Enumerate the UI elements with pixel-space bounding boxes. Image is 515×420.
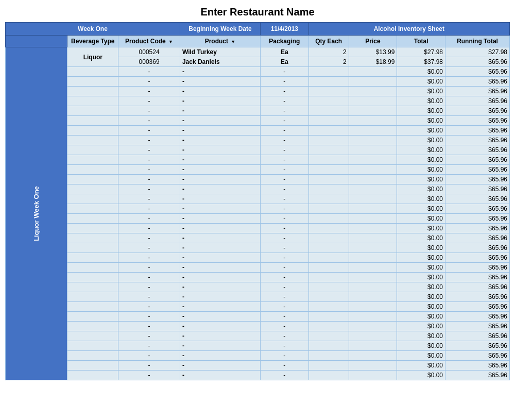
qty-cell[interactable] — [308, 67, 349, 77]
product-cell[interactable]: - — [180, 77, 260, 87]
product-code-cell[interactable]: - — [118, 302, 180, 312]
qty-cell[interactable] — [308, 96, 349, 106]
product-code-cell[interactable]: - — [118, 126, 180, 136]
product-cell[interactable]: - — [180, 175, 260, 184]
packaging-cell[interactable]: - — [261, 371, 309, 380]
packaging-cell[interactable]: - — [261, 67, 309, 77]
price-cell[interactable] — [349, 214, 397, 224]
product-code-cell[interactable]: - — [118, 194, 180, 204]
product-code-cell[interactable]: - — [118, 106, 180, 116]
price-cell[interactable] — [349, 361, 397, 371]
product-code-cell[interactable]: - — [118, 351, 180, 361]
qty-cell[interactable] — [308, 165, 349, 175]
product-cell[interactable]: - — [180, 136, 260, 145]
qty-cell[interactable] — [308, 126, 349, 136]
packaging-cell[interactable]: - — [261, 282, 309, 292]
product-code-cell[interactable]: - — [118, 224, 180, 233]
product-cell[interactable]: - — [180, 87, 260, 96]
price-cell[interactable] — [349, 67, 397, 77]
product-cell[interactable]: - — [180, 184, 260, 194]
price-cell[interactable] — [349, 106, 397, 116]
product-code-cell[interactable]: - — [118, 136, 180, 145]
packaging-cell[interactable]: - — [261, 253, 309, 263]
packaging-cell[interactable]: - — [261, 224, 309, 233]
product-code-cell[interactable]: - — [118, 214, 180, 224]
price-cell[interactable] — [349, 87, 397, 96]
product-cell[interactable]: - — [180, 224, 260, 233]
qty-cell[interactable] — [308, 253, 349, 263]
product-code-cell[interactable]: - — [118, 292, 180, 302]
product-code-cell[interactable]: 000524 — [118, 47, 180, 57]
qty-cell[interactable] — [308, 351, 349, 361]
product-cell[interactable]: - — [180, 341, 260, 351]
packaging-cell[interactable]: - — [261, 155, 309, 165]
product-code-cell[interactable]: - — [118, 253, 180, 263]
product-code-filter-icon[interactable]: ▼ — [168, 39, 173, 44]
product-code-cell[interactable]: 000369 — [118, 57, 180, 67]
price-cell[interactable] — [349, 341, 397, 351]
product-cell[interactable]: Jack Daniels — [180, 57, 260, 67]
product-code-cell[interactable]: - — [118, 96, 180, 106]
price-cell[interactable] — [349, 243, 397, 253]
qty-cell[interactable] — [308, 312, 349, 322]
product-cell[interactable]: - — [180, 371, 260, 380]
product-code-cell[interactable]: - — [118, 145, 180, 155]
price-cell[interactable] — [349, 116, 397, 126]
qty-cell[interactable] — [308, 233, 349, 243]
packaging-cell[interactable]: - — [261, 175, 309, 184]
qty-cell[interactable] — [308, 77, 349, 87]
price-cell[interactable]: $13.99 — [349, 47, 397, 57]
product-cell[interactable]: - — [180, 194, 260, 204]
price-cell[interactable] — [349, 165, 397, 175]
product-cell[interactable]: - — [180, 116, 260, 126]
product-code-cell[interactable]: - — [118, 371, 180, 380]
packaging-cell[interactable]: Ea — [261, 47, 309, 57]
price-cell[interactable] — [349, 302, 397, 312]
packaging-cell[interactable]: - — [261, 116, 309, 126]
qty-cell[interactable] — [308, 136, 349, 145]
product-code-cell[interactable]: - — [118, 87, 180, 96]
packaging-cell[interactable]: - — [261, 243, 309, 253]
qty-cell[interactable] — [308, 87, 349, 96]
price-cell[interactable] — [349, 331, 397, 341]
product-code-cell[interactable]: - — [118, 165, 180, 175]
packaging-cell[interactable]: - — [261, 136, 309, 145]
price-cell[interactable] — [349, 136, 397, 145]
product-code-cell[interactable]: - — [118, 184, 180, 194]
price-cell[interactable] — [349, 322, 397, 331]
packaging-cell[interactable]: - — [261, 312, 309, 322]
price-cell[interactable] — [349, 194, 397, 204]
product-code-cell[interactable]: - — [118, 243, 180, 253]
price-cell[interactable] — [349, 312, 397, 322]
product-code-cell[interactable]: - — [118, 331, 180, 341]
price-cell[interactable] — [349, 184, 397, 194]
packaging-cell[interactable]: - — [261, 233, 309, 243]
price-cell[interactable] — [349, 292, 397, 302]
qty-cell[interactable] — [308, 155, 349, 165]
product-code-cell[interactable]: - — [118, 67, 180, 77]
col-product[interactable]: Product ▼ — [180, 36, 260, 47]
price-cell[interactable] — [349, 351, 397, 361]
packaging-cell[interactable]: - — [261, 165, 309, 175]
packaging-cell[interactable]: - — [261, 204, 309, 214]
qty-cell[interactable]: 2 — [308, 47, 349, 57]
qty-cell[interactable] — [308, 116, 349, 126]
col-product-code[interactable]: Product Code ▼ — [118, 36, 180, 47]
qty-cell[interactable] — [308, 273, 349, 282]
price-cell[interactable] — [349, 126, 397, 136]
price-cell[interactable] — [349, 204, 397, 214]
product-code-cell[interactable]: - — [118, 155, 180, 165]
product-cell[interactable]: - — [180, 155, 260, 165]
qty-cell[interactable] — [308, 204, 349, 214]
product-code-cell[interactable]: - — [118, 204, 180, 214]
packaging-cell[interactable]: - — [261, 351, 309, 361]
qty-cell[interactable] — [308, 145, 349, 155]
packaging-cell[interactable]: - — [261, 292, 309, 302]
price-cell[interactable]: $18.99 — [349, 57, 397, 67]
product-cell[interactable]: - — [180, 165, 260, 175]
product-cell[interactable]: Wild Turkey — [180, 47, 260, 57]
packaging-cell[interactable]: - — [261, 96, 309, 106]
product-code-cell[interactable]: - — [118, 116, 180, 126]
qty-cell[interactable]: 2 — [308, 57, 349, 67]
packaging-cell[interactable]: - — [261, 184, 309, 194]
